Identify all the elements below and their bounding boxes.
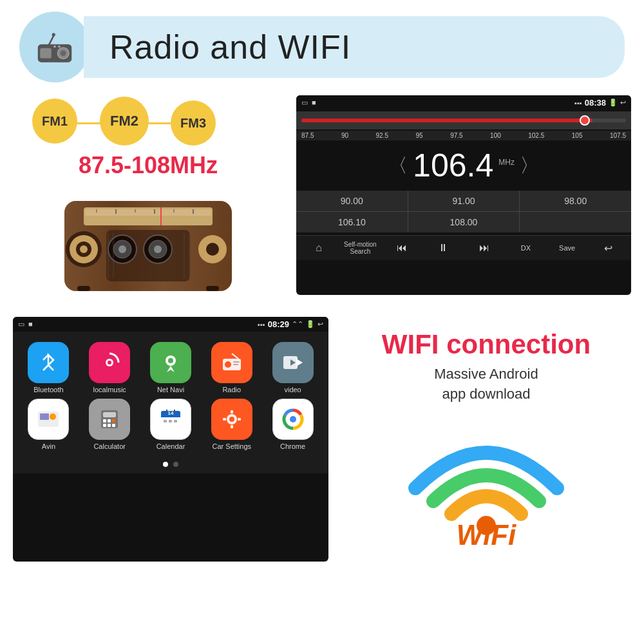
svg-marker-49 — [296, 359, 303, 366]
rs-prev-btn[interactable]: ⏮ — [382, 240, 422, 256]
radio-app-icon — [211, 342, 252, 383]
svg-point-53 — [50, 413, 56, 420]
page-dots — [13, 455, 328, 473]
radio-screen: ▭ ■ ▪▪▪ 08:38 🔋 ↩ 87.5 90 92.5 95 97.5 1… — [296, 95, 631, 295]
bottom-section: ▭ ■ ▪▪▪ 08:29 ⌃⌃ 🔋 ↩ — [0, 310, 644, 568]
rs-freq-left-arrow[interactable]: 〈 — [388, 153, 408, 179]
rs-preset-2[interactable]: 91.00 — [408, 191, 520, 211]
app-video[interactable]: video — [265, 342, 321, 393]
svg-point-29 — [154, 245, 162, 253]
rs-progress-dot — [580, 115, 590, 126]
rs-preset-3[interactable]: 98.00 — [520, 191, 631, 211]
svg-rect-74 — [231, 410, 233, 413]
header-title-bg: Radio and WIFI — [84, 16, 625, 78]
rs-preset-4[interactable]: 106.10 — [296, 212, 408, 232]
app-calendar[interactable]: 14 Calendar — [143, 399, 199, 450]
rs-save-label: Save — [559, 244, 575, 252]
header-icon-circle — [19, 12, 90, 82]
svg-rect-61 — [112, 424, 115, 427]
rs-freq-right-arrow[interactable]: 〉 — [520, 153, 539, 179]
svg-rect-45 — [233, 361, 240, 363]
next-icon: ⏭ — [479, 242, 489, 254]
dot-1[interactable] — [163, 462, 168, 467]
rs-time: 08:38 — [585, 98, 606, 108]
radio-illustration — [58, 188, 238, 298]
carsettings-icon — [211, 399, 252, 440]
pause-icon: ⏸ — [438, 242, 448, 254]
app-netnavi-label: Net Navi — [157, 386, 184, 393]
rs-back-btn[interactable]: ↩ — [589, 240, 629, 257]
svg-rect-70 — [174, 420, 177, 422]
calendar-icon: 14 — [150, 399, 191, 440]
rs-dx-btn[interactable]: DX — [506, 242, 545, 254]
app-localmusic[interactable]: localmusic — [82, 342, 138, 393]
rs-preset-1[interactable]: 90.00 — [296, 191, 408, 211]
svg-rect-57 — [108, 419, 111, 422]
svg-point-7 — [58, 45, 61, 48]
rs-main-freq-display: 〈 106.4 MHz 〉 — [296, 140, 631, 188]
rs-pause-btn[interactable]: ⏸ — [423, 240, 463, 256]
main-content: FM1 FM2 FM3 87.5-108MHz — [0, 89, 644, 304]
wifi-logo: WiFi — [402, 417, 570, 546]
fm-section: FM1 FM2 FM3 87.5-108MHz — [13, 95, 283, 304]
apps-grid: Bluetooth localmusic — [13, 332, 328, 455]
fm-bubbles: FM1 FM2 FM3 — [13, 95, 283, 147]
chrome-icon — [272, 399, 314, 440]
svg-rect-37 — [206, 286, 219, 291]
bluetooth-icon — [28, 342, 69, 383]
home-icon: ⌂ — [316, 242, 322, 254]
as-square-icon: ■ — [28, 320, 33, 328]
app-avin[interactable]: Avin — [21, 399, 77, 450]
app-bluetooth-label: Bluetooth — [33, 386, 63, 393]
rs-preset-5[interactable]: 108.00 — [408, 212, 520, 232]
avin-icon — [28, 399, 69, 440]
svg-text:WiFi: WiFi — [457, 519, 516, 546]
app-video-label: video — [284, 386, 301, 393]
rs-dx-label: DX — [521, 244, 531, 252]
rs-mhz-label: MHz — [498, 158, 515, 167]
prev-icon: ⏮ — [397, 242, 407, 254]
app-calculator[interactable]: Calculator — [82, 399, 138, 450]
svg-point-35 — [206, 243, 219, 256]
svg-rect-68 — [164, 420, 167, 422]
as-window-icon: ▭ — [18, 320, 24, 328]
rs-save-btn[interactable]: Save — [547, 242, 587, 254]
rs-battery-icon: 🔋 — [609, 99, 618, 107]
wifi-section: WIFI connection Massive Androidapp downl… — [341, 317, 631, 562]
svg-text:14: 14 — [168, 410, 174, 416]
svg-rect-56 — [103, 419, 106, 422]
rs-preset-empty — [520, 212, 631, 232]
svg-rect-3 — [40, 48, 52, 59]
rs-status-left: ▭ ■ — [301, 99, 316, 107]
svg-point-42 — [168, 358, 173, 363]
svg-point-44 — [225, 361, 231, 368]
fm2-bubble: FM2 — [100, 97, 149, 146]
rs-progress-bar[interactable] — [296, 111, 631, 129]
app-radio-label: Radio — [222, 386, 241, 393]
rs-progress-fill — [301, 118, 592, 122]
svg-point-1 — [52, 33, 55, 36]
app-calculator-label: Calculator — [93, 442, 126, 450]
wifi-svg: WiFi — [402, 417, 570, 546]
back-icon: ↩ — [604, 242, 612, 254]
app-netnavi[interactable]: Net Navi — [143, 342, 199, 393]
app-chrome[interactable]: Chrome — [265, 399, 321, 450]
dot-2[interactable] — [173, 462, 178, 467]
svg-point-6 — [53, 45, 56, 48]
svg-rect-69 — [169, 420, 172, 422]
svg-rect-36 — [77, 286, 90, 291]
app-localmusic-label: localmusic — [93, 386, 126, 393]
app-carsettings[interactable]: Car Settings — [204, 399, 260, 450]
netnavi-icon — [150, 342, 191, 383]
rs-next-btn[interactable]: ⏭ — [464, 240, 504, 256]
page-title: Radio and WIFI — [109, 28, 351, 66]
svg-point-80 — [290, 416, 296, 422]
rs-selfmotion-btn[interactable]: Self-motionSearch — [340, 238, 380, 258]
svg-rect-52 — [40, 413, 49, 420]
app-radio[interactable]: Radio — [204, 342, 260, 393]
rs-home-btn[interactable]: ⌂ — [299, 240, 339, 256]
svg-point-40 — [108, 361, 111, 365]
app-bluetooth[interactable]: Bluetooth — [21, 342, 77, 393]
as-status-left: ▭ ■ — [18, 320, 33, 328]
svg-point-5 — [61, 50, 66, 56]
